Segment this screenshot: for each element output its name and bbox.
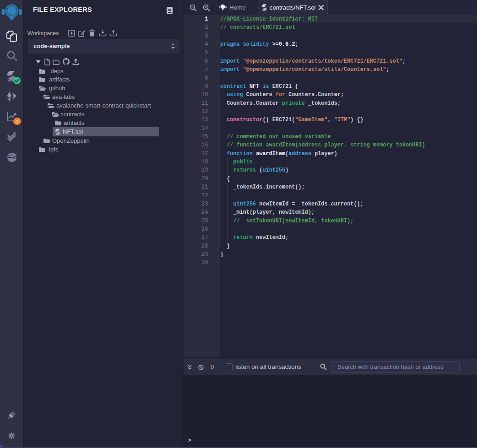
svg-text:1: 1 (16, 119, 18, 124)
